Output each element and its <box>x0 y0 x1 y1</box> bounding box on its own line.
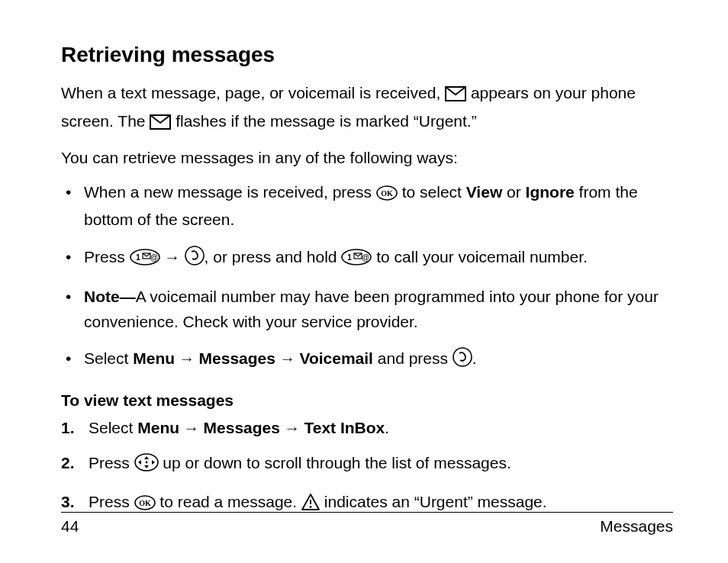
section-name: Messages <box>600 517 673 536</box>
arrow-icon: → <box>179 419 204 437</box>
text: Press <box>89 454 134 471</box>
voicemail-label: Voicemail <box>299 349 373 367</box>
svg-text:OK: OK <box>139 499 151 507</box>
bullet-item: Select Menu → Messages → Voicemail and p… <box>61 346 673 375</box>
svg-marker-15 <box>144 456 149 459</box>
note-label: Note— <box>84 288 136 305</box>
arrow-icon: → <box>164 248 184 266</box>
arrow-icon: → <box>275 349 300 368</box>
text: and press <box>373 349 453 367</box>
svg-text:1: 1 <box>348 253 353 262</box>
text: Select <box>89 419 137 436</box>
svg-marker-18 <box>152 460 155 465</box>
text: or <box>502 183 525 201</box>
arrow-icon: → <box>280 419 304 437</box>
svg-text:@: @ <box>362 253 369 262</box>
arrow-icon: → <box>175 349 199 368</box>
svg-text:@: @ <box>150 253 157 262</box>
bullet-item: Press 1@ → , or press and hold 1@ to cal… <box>61 245 673 273</box>
step-item: Press up or down to scroll through the l… <box>61 451 673 479</box>
text: . <box>472 349 477 367</box>
voicemail-key-icon: 1@ <box>130 248 160 273</box>
text: to select <box>402 183 466 201</box>
envelope-icon <box>445 84 466 109</box>
text: When a new message is received, press <box>84 183 376 201</box>
menu-label: Menu <box>137 419 179 436</box>
page-title: Retrieving messages <box>61 43 673 67</box>
step-item: Select Menu → Messages → Text InBox. <box>61 416 673 441</box>
ignore-label: Ignore <box>526 183 575 201</box>
envelope-icon <box>150 112 171 137</box>
lead-paragraph: You can retrieve messages in any of the … <box>61 146 673 171</box>
text: to call your voicemail number. <box>376 248 588 265</box>
call-button-icon <box>185 246 205 273</box>
svg-point-24 <box>310 506 312 508</box>
text: . <box>385 419 389 436</box>
svg-point-8 <box>185 246 204 265</box>
svg-point-13 <box>453 348 472 366</box>
svg-marker-17 <box>138 460 141 465</box>
call-button-icon <box>453 347 472 375</box>
svg-text:OK: OK <box>381 189 393 198</box>
nav-pad-icon <box>134 453 159 479</box>
subheading: To view text messages <box>61 391 673 410</box>
intro-paragraph: When a text message, page, or voicemail … <box>61 81 673 137</box>
svg-marker-16 <box>144 465 149 468</box>
voicemail-key-icon: 1@ <box>341 248 372 273</box>
text: , or press and hold <box>205 248 342 265</box>
svg-point-19 <box>145 462 147 464</box>
text: Press <box>84 248 130 265</box>
messages-label: Messages <box>204 419 280 436</box>
text: Select <box>84 349 133 367</box>
ok-button-icon: OK <box>376 183 398 208</box>
text-inbox-label: Text InBox <box>304 419 385 436</box>
intro-text-c: flashes if the message is marked “Urgent… <box>176 112 477 130</box>
steps-list: Select Menu → Messages → Text InBox. Pre… <box>61 416 673 518</box>
text: to read a message. <box>159 493 301 510</box>
bullet-list: When a new message is received, press OK… <box>61 180 673 375</box>
svg-text:1: 1 <box>136 253 140 262</box>
messages-label: Messages <box>199 349 275 367</box>
manual-page: Retrieving messages When a text message,… <box>0 0 728 563</box>
intro-text-a: When a text message, page, or voicemail … <box>61 84 445 101</box>
text: Press <box>89 493 134 510</box>
menu-label: Menu <box>133 349 175 367</box>
page-number: 44 <box>61 517 79 536</box>
text: up or down to scroll through the list of… <box>163 454 511 471</box>
text: A voicemail number may have been program… <box>84 288 659 330</box>
bullet-item: Note—A voicemail number may have been pr… <box>61 285 673 334</box>
view-label: View <box>466 183 502 201</box>
text: indicates an “Urgent” message. <box>324 493 547 510</box>
bullet-item: When a new message is received, press OK… <box>61 180 673 233</box>
page-footer: 44 Messages <box>61 512 673 536</box>
